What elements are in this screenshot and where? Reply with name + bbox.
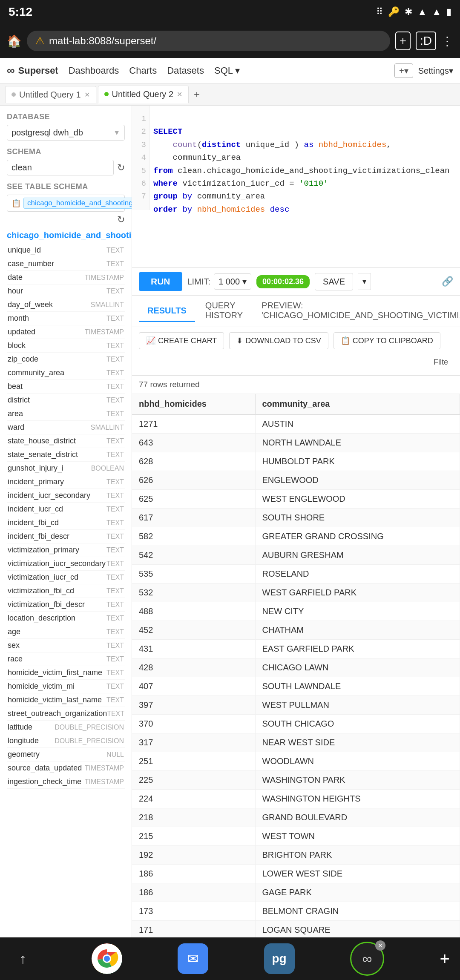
chrome-app-icon[interactable] [92,943,122,957]
table-row: 171LOGAN SQUARE [132,921,460,940]
schema-field: source_data_updatedTIMESTAMP [7,762,125,775]
back-button[interactable]: ↑ [10,946,36,957]
browser-add-tab-button[interactable]: + [395,32,411,50]
superset-logo-icon: ∞ [7,64,15,77]
col-header-nbhd-homicides[interactable]: nbhd_homicides [132,394,255,414]
link-button[interactable]: 🔗 [442,276,453,287]
mail-app-icon[interactable]: ✉ [178,943,208,957]
field-type: DOUBLE_PRECISION [55,737,124,745]
superset-app-icon[interactable]: ∞ ✕ [350,942,384,957]
field-name: gunshot_injury_i [8,464,63,473]
nav-add-button[interactable]: +▾ [394,63,413,78]
cell-community-area: ROSELAND [255,565,460,583]
tab-close-1[interactable]: ✕ [84,91,90,99]
new-tab-button[interactable]: + [190,89,203,101]
cell-nbhd-homicides: 617 [132,509,255,527]
field-name: hour [8,287,23,296]
results-tabs: RESULTS QUERY HISTORY PREVIEW: 'CHICAGO_… [132,296,460,327]
table-row: 582GREATER GRAND CROSSING [132,527,460,546]
preview-tab[interactable]: PREVIEW: 'CHICAGO_HOMICIDE_AND_SHOOTING_… [253,296,460,327]
table-name-link[interactable]: chicago_homicide_and_shooting_vic... ▲ [7,230,125,240]
copy-clipboard-button[interactable]: 📋 COPY TO CLIPBOARD [334,332,440,349]
browser-bar: 🏠 ⚠ matt-lab:8088/superset/ + :D ⋮ [0,24,460,58]
limit-select[interactable]: 1 000 ▾ [214,273,251,290]
schema-field: victimization_fbi_descrTEXT [7,598,125,612]
schema-field: raceTEXT [7,652,125,666]
schema-field: longitudeDOUBLE_PRECISION [7,734,125,748]
field-name: victimization_primary [8,546,79,555]
table-row: 370SOUTH CHICAGO [132,715,460,733]
cell-nbhd-homicides: 215 [132,827,255,846]
field-name: incident_iucr_cd [8,505,63,514]
table-refresh-button[interactable]: ↻ [117,214,125,225]
filter-button[interactable]: Filte [428,354,453,370]
field-type: TEXT [106,615,124,622]
line-numbers: 1234567 [132,106,150,210]
app-logo: ∞ Superset [7,64,58,77]
table-row: 251WOODLAWN [132,752,460,771]
query-tab-1[interactable]: Untitled Query 1 ✕ [5,86,96,103]
field-type: TEXT [106,683,124,690]
save-dropdown-button[interactable]: ▾ [358,273,371,290]
nav-charts[interactable]: Charts [129,63,157,78]
schema-refresh-button[interactable]: ↻ [117,162,125,173]
cell-nbhd-homicides: 542 [132,546,255,565]
nav-sql[interactable]: SQL ▾ [214,63,240,78]
browser-menu-button[interactable]: ⋮ [441,34,453,48]
query-tab-2[interactable]: Untitled Query 2 ✕ [98,86,189,103]
browser-home-button[interactable]: 🏠 [7,34,22,48]
nav-settings[interactable]: Settings▾ [418,66,453,76]
schema-field: incident_fbi_cdTEXT [7,516,125,530]
schema-field: areaTEXT [7,407,125,421]
table-schema-input[interactable]: 📋 chicago_homicide_and_shooting_victimiz… [7,195,125,212]
field-name: incident_fbi_cd [8,518,59,527]
nav-datasets[interactable]: Datasets [167,63,204,78]
limit-group: LIMIT: 1 000 ▾ [187,273,252,290]
browser-url: matt-lab:8088/superset/ [49,35,156,47]
nav-dashboards[interactable]: Dashboards [69,63,119,78]
tab-close-2[interactable]: ✕ [177,90,182,98]
schema-select[interactable]: clean [7,160,114,175]
schema-field: hourTEXT [7,285,125,298]
database-select[interactable]: postgresql dwh_db ▼ [7,125,125,141]
table-tag: chicago_homicide_and_shooting_victimizat… [23,198,132,209]
field-name: zip_code [8,355,38,364]
query-editor[interactable]: 1234567 SELECT count(distinct unique_id … [132,106,460,268]
field-type: TEXT [106,492,124,500]
schema-field: gunshot_injury_iBOOLEAN [7,462,125,475]
schema-field: blockTEXT [7,339,125,353]
results-table-container[interactable]: nbhd_homicides community_area 1271AUSTIN… [132,394,460,957]
field-name: street_outreach_organization [8,709,107,718]
field-type: TEXT [106,560,124,568]
save-button[interactable]: SAVE [315,273,353,290]
limit-value: 1 000 [218,277,240,287]
cell-nbhd-homicides: 192 [132,846,255,865]
field-name: victimization_fbi_descr [8,600,85,609]
pgadmin-app-icon[interactable]: pg [264,943,295,957]
cell-community-area: WOODLAWN [255,752,460,771]
editor-content[interactable]: SELECT count(distinct unique_id ) as nbh… [132,106,460,267]
field-type: TEXT [106,642,124,650]
app-name: Superset [18,65,58,76]
results-tab[interactable]: RESULTS [139,301,195,322]
cell-nbhd-homicides: 582 [132,527,255,546]
table-row: 488NEW CITY [132,602,460,621]
download-csv-button[interactable]: ⬇ DOWNLOAD TO CSV [229,332,328,349]
field-name: victimization_fbi_cd [8,586,74,595]
schema-field: victimization_iucr_secondaryTEXT [7,557,125,571]
create-chart-button[interactable]: 📈 CREATE CHART [139,332,224,349]
field-name: incident_iucr_secondary [8,491,90,500]
field-type: TEXT [106,369,124,377]
browser-extension-button[interactable]: :D [416,32,436,50]
field-name: race [8,655,23,664]
cell-nbhd-homicides: 407 [132,677,255,696]
add-app-button[interactable]: + [440,949,450,958]
cell-nbhd-homicides: 535 [132,565,255,583]
query-history-tab[interactable]: QUERY HISTORY [197,296,251,327]
schema-field: homicide_victim_miTEXT [7,680,125,693]
status-icons: ⠿ 🔑 ✱ ▲ ▲ ▮ [376,6,451,17]
wifi-icon: ▲ [417,6,427,17]
col-header-community-area[interactable]: community_area [255,394,460,414]
browser-address-bar[interactable]: ⚠ matt-lab:8088/superset/ [27,31,390,51]
run-button[interactable]: RUN [139,272,182,291]
